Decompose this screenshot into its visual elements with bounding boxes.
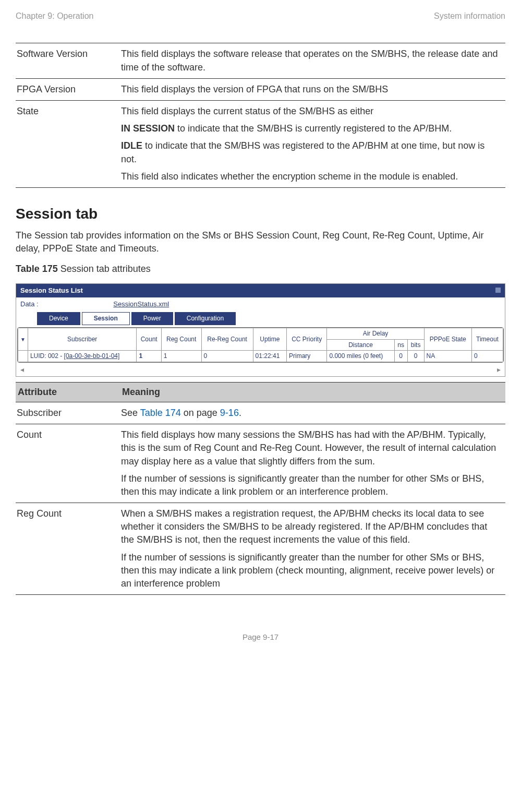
desc-subscriber: See Table 174 on page 9-16. — [120, 402, 505, 424]
col-timeout[interactable]: Timeout — [471, 328, 503, 351]
panel-collapse-icon[interactable] — [495, 288, 501, 293]
cell-subscriber: LUID: 002 - [0a-00-3e-bb-01-04] — [28, 351, 137, 362]
page-9-16-link[interactable]: 9-16 — [220, 408, 239, 418]
panel-title-text: Session Status List — [20, 286, 83, 294]
attr-software-version: Software Version — [16, 43, 120, 78]
table-174-link[interactable]: Table 174 — [140, 408, 181, 418]
col-bits[interactable]: bits — [407, 339, 424, 351]
col-uptime[interactable]: Uptime — [253, 328, 286, 351]
cell-timeout: 0 — [471, 351, 503, 362]
desc-count: This field displays how many sessions th… — [120, 424, 505, 503]
col-count[interactable]: Count — [137, 328, 161, 351]
col-air[interactable]: Air Delay — [327, 328, 424, 339]
attr-reg-count: Reg Count — [16, 503, 120, 595]
attr-fpga-version: FPGA Version — [16, 78, 120, 100]
luid-prefix: LUID: 002 - — [30, 352, 64, 360]
cell-uptime: 01:22:41 — [253, 351, 286, 362]
heading-session-tab: Session tab — [16, 204, 505, 224]
tab-device[interactable]: Device — [37, 312, 80, 325]
desc-sub-mid: on page — [181, 408, 220, 418]
desc-software-version: This field displays the software release… — [120, 43, 505, 78]
desc-reg-count: When a SM/BHS makes a registration reque… — [120, 503, 505, 595]
caption-rest: Session tab attributes — [60, 264, 151, 274]
table-caption: Table 175 Session tab attributes — [16, 262, 505, 276]
attr-subscriber: Subscriber — [16, 402, 120, 424]
page-header: Chapter 9: Operation System information — [16, 10, 505, 22]
session-status-panel: Session Status List Data : SessionStatus… — [16, 283, 505, 377]
cell-cc: Primary — [287, 351, 327, 362]
idle-bold: IDLE — [121, 140, 142, 151]
page-footer: Page 9-17 — [16, 631, 505, 642]
tab-configuration[interactable]: Configuration — [175, 312, 236, 325]
header-right: System information — [434, 10, 505, 22]
reg-p2: If the number of sessions is significant… — [121, 551, 502, 591]
col-distance[interactable]: Distance — [327, 339, 394, 351]
in-session-bold: IN SESSION — [121, 123, 175, 134]
h-scrollbar[interactable]: ◂▸ — [16, 364, 505, 376]
idle-rest: to indicate that the SM/BHS was register… — [121, 140, 484, 164]
desc-state: This field displays the current status o… — [120, 100, 505, 187]
col-cc[interactable]: CC Priority — [287, 328, 327, 351]
session-grid: ▼ Subscriber Count Reg Count Re-Reg Coun… — [18, 328, 503, 362]
in-session-rest: to indicate that the SM/BHS is currently… — [175, 123, 452, 134]
luid-link[interactable]: [0a-00-3e-bb-01-04] — [64, 352, 120, 360]
desc-sub-post: . — [239, 408, 241, 418]
count-p2: If the number of sessions is significant… — [121, 472, 502, 498]
state-intro: This field displays the current status o… — [121, 106, 373, 116]
definitions-top-table: Software Version This field displays the… — [16, 43, 505, 188]
table-row: LUID: 002 - [0a-00-3e-bb-01-04] 1 1 0 01… — [18, 351, 503, 362]
header-attribute: Attribute — [16, 382, 120, 402]
tab-power[interactable]: Power — [131, 312, 173, 325]
panel-title-bar: Session Status List — [16, 284, 505, 297]
header-left: Chapter 9: Operation — [16, 10, 93, 22]
cell-distance: 0.000 miles (0 feet) — [327, 351, 394, 362]
desc-sub-pre: See — [121, 408, 140, 418]
cell-pppoe: NA — [424, 351, 471, 362]
count-p1: This field displays how many sessions th… — [121, 429, 496, 466]
col-rereg[interactable]: Re-Reg Count — [201, 328, 253, 351]
panel-tabs: Device Session Power Configuration — [16, 311, 505, 326]
col-ns[interactable]: ns — [394, 339, 407, 351]
desc-fpga-version: This field displays the version of FPGA … — [120, 78, 505, 100]
data-label: Data : — [20, 300, 39, 308]
state-last: This field also indicates whether the en… — [121, 170, 502, 183]
cell-reg: 1 — [161, 351, 201, 362]
attr-state: State — [16, 100, 120, 187]
attribute-meaning-table: Attribute Meaning Subscriber See Table 1… — [16, 382, 505, 595]
col-reg[interactable]: Reg Count — [161, 328, 201, 351]
cell-bits: 0 — [407, 351, 424, 362]
session-tab-intro: The Session tab provides information on … — [16, 229, 505, 255]
caption-bold: Table 175 — [16, 264, 60, 274]
col-subscriber[interactable]: Subscriber — [28, 328, 137, 351]
cell-rereg: 0 — [201, 351, 253, 362]
grid-dropdown[interactable]: ▼ — [18, 328, 28, 351]
header-meaning: Meaning — [120, 382, 505, 402]
panel-data-row: Data : SessionStatus.xml — [16, 297, 505, 311]
tab-session[interactable]: Session — [82, 312, 130, 325]
cell-count: 1 — [137, 351, 161, 362]
col-pppoe[interactable]: PPPoE State — [424, 328, 471, 351]
reg-p1: When a SM/BHS makes a registration reque… — [121, 508, 487, 545]
session-status-xml-link[interactable]: SessionStatus.xml — [113, 300, 169, 308]
attr-count: Count — [16, 424, 120, 503]
cell-ns: 0 — [394, 351, 407, 362]
